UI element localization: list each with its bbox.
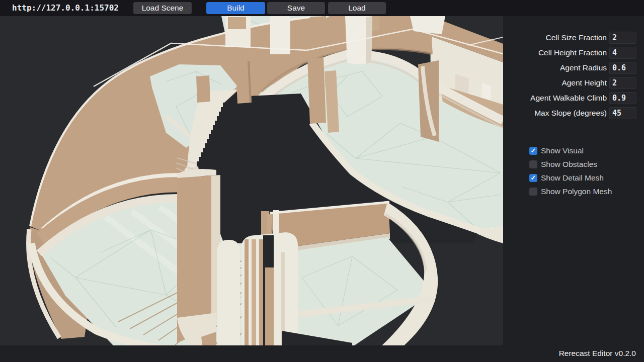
field-label-agent-radius: Agent Radius: [503, 62, 607, 74]
toggle-label: Show Visual: [541, 146, 584, 155]
field-input-agent-height[interactable]: [609, 77, 636, 89]
show-visual-checkbox[interactable]: [529, 147, 537, 155]
rerecast-editor-window: http://127.0.0.1:15702 Load Scene Build …: [0, 0, 644, 362]
save-button[interactable]: Save: [267, 2, 325, 14]
top-toolbar: http://127.0.0.1:15702 Load Scene Build …: [0, 0, 644, 16]
build-button[interactable]: Build: [206, 2, 265, 14]
toggle-show-obstacles[interactable]: Show Obstacles: [529, 160, 597, 169]
app-version-label: Rerecast Editor v0.2.0: [559, 349, 636, 358]
show-obstacles-checkbox[interactable]: [529, 160, 537, 168]
toggle-show-polygon-mesh[interactable]: Show Polygon Mesh: [529, 187, 612, 196]
field-input-max-slope[interactable]: [609, 107, 636, 119]
load-scene-button[interactable]: Load Scene: [133, 2, 192, 14]
show-detail-mesh-checkbox[interactable]: [529, 174, 537, 182]
field-label-agent-height: Agent Height: [503, 77, 607, 89]
field-input-agent-radius[interactable]: [609, 62, 636, 74]
toggle-show-visual[interactable]: Show Visual: [529, 146, 584, 155]
field-label-agent-walkable-climb: Agent Walkable Climb: [503, 92, 607, 104]
field-label-max-slope: Max Slope (degrees): [503, 107, 607, 119]
toggle-label: Show Obstacles: [541, 160, 597, 169]
toggle-label: Show Polygon Mesh: [541, 187, 612, 196]
scene-canvas: [0, 16, 503, 345]
toggle-label: Show Detail Mesh: [541, 173, 604, 183]
3d-viewport[interactable]: [0, 16, 503, 345]
field-input-agent-walkable-climb[interactable]: [609, 92, 636, 104]
server-url-field[interactable]: http://127.0.0.1:15702: [12, 0, 119, 16]
load-button[interactable]: Load: [328, 2, 386, 14]
field-input-cell-height-fraction[interactable]: [609, 47, 636, 59]
field-label-cell-size-fraction: Cell Size Fraction: [503, 32, 607, 44]
field-label-cell-height-fraction: Cell Height Fraction: [503, 47, 607, 59]
toggle-show-detail-mesh[interactable]: Show Detail Mesh: [529, 173, 604, 183]
show-polygon-mesh-checkbox[interactable]: [529, 188, 537, 196]
field-input-cell-size-fraction[interactable]: [609, 32, 636, 44]
